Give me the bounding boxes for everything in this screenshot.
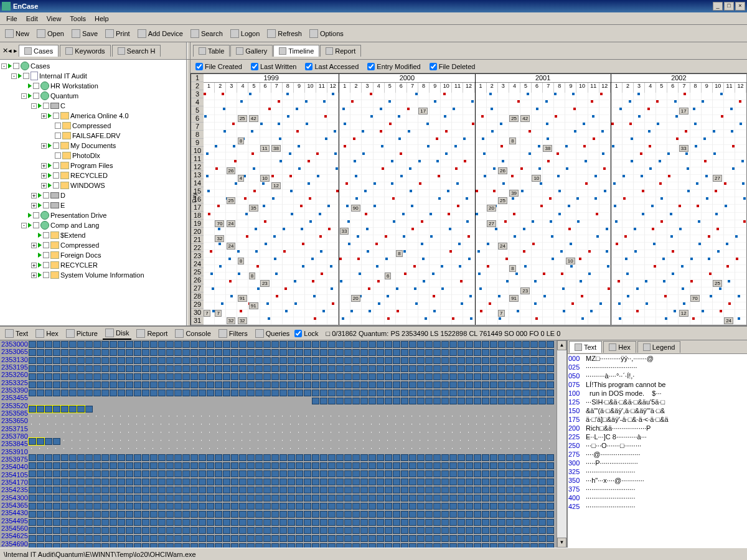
checkbox[interactable] bbox=[33, 212, 39, 218]
timeline-badge[interactable]: 33 bbox=[679, 145, 688, 152]
timeline-badge[interactable]: 27 bbox=[713, 175, 722, 182]
timeline-badge[interactable]: 38 bbox=[543, 145, 552, 152]
timeline-badge[interactable]: 32 bbox=[215, 235, 224, 242]
timeline-badge[interactable]: 8 bbox=[509, 265, 515, 272]
lower-tab-filters[interactable]: Filters bbox=[216, 328, 250, 339]
timeline-badge[interactable]: 35 bbox=[249, 205, 258, 212]
tree-node[interactable]: +System Volume Information bbox=[1, 270, 185, 280]
menu-tools[interactable]: Tools bbox=[66, 14, 90, 24]
checkbox[interactable] bbox=[13, 63, 19, 69]
case-tree[interactable]: -Cases-Internal IT AuditHR Workstation-Q… bbox=[0, 60, 187, 325]
sector-pane[interactable]: 2353000235306523531302353195235326023533… bbox=[0, 340, 557, 548]
lower-tab-picture[interactable]: Picture bbox=[63, 328, 100, 339]
expand-icon[interactable]: + bbox=[41, 163, 47, 169]
menu-file[interactable]: File bbox=[2, 14, 21, 24]
timeline-badge[interactable]: 23 bbox=[260, 280, 270, 287]
timeline-badge[interactable]: 12 bbox=[271, 182, 281, 189]
expand-icon[interactable]: + bbox=[31, 243, 37, 248]
timeline-badge[interactable]: 25 bbox=[509, 115, 519, 122]
tree-node[interactable]: HR Workstation bbox=[1, 81, 185, 91]
filter-file-created[interactable]: File Created bbox=[195, 63, 242, 70]
expand-icon[interactable]: + bbox=[41, 183, 47, 189]
open-button[interactable]: Open bbox=[34, 28, 67, 39]
timeline-badge[interactable]: 7 bbox=[215, 310, 221, 317]
refresh-button[interactable]: Refresh bbox=[265, 28, 304, 39]
timeline-badge[interactable]: 8 bbox=[238, 258, 244, 264]
add-device-button[interactable]: Add Device bbox=[135, 28, 186, 39]
checkbox[interactable] bbox=[53, 162, 59, 169]
textview-tab-legend[interactable]: Legend bbox=[637, 341, 681, 353]
timeline-badge[interactable]: 17 bbox=[679, 108, 688, 114]
tree-node[interactable]: -Cases bbox=[1, 61, 185, 71]
timeline-badge[interactable]: 27 bbox=[487, 220, 496, 227]
timeline-badge[interactable]: 20 bbox=[487, 205, 496, 212]
timeline-badge[interactable]: 10 bbox=[532, 175, 541, 182]
timeline-badge[interactable]: 70 bbox=[215, 220, 224, 227]
tree-node[interactable]: +D bbox=[1, 190, 185, 200]
lower-tab-queries[interactable]: Queries bbox=[253, 328, 293, 339]
expand-icon[interactable]: + bbox=[31, 263, 37, 268]
maximize-button[interactable]: □ bbox=[724, 2, 734, 11]
view-tab-table[interactable]: Table bbox=[193, 45, 230, 57]
save-button[interactable]: Save bbox=[69, 28, 100, 39]
tree-node[interactable]: Foreign Docs bbox=[1, 250, 185, 260]
sector-grid[interactable] bbox=[29, 340, 557, 548]
timeline-badge[interactable]: 17 bbox=[418, 108, 428, 114]
timeline-badge[interactable]: 42 bbox=[520, 115, 530, 122]
filter-last-written[interactable]: Last Written bbox=[251, 63, 297, 70]
timeline-badge[interactable]: 7 bbox=[204, 310, 210, 317]
timeline-badge[interactable]: 8 bbox=[238, 138, 244, 144]
expand-icon[interactable]: - bbox=[21, 223, 27, 228]
tree-node[interactable]: PhotoDlx bbox=[1, 151, 185, 161]
checkbox[interactable] bbox=[53, 172, 59, 179]
checkbox[interactable] bbox=[43, 252, 49, 258]
timeline-badge[interactable]: 10 bbox=[260, 175, 270, 182]
checkbox[interactable] bbox=[43, 232, 49, 238]
close-button[interactable]: × bbox=[735, 2, 745, 11]
logon-button[interactable]: Logon bbox=[228, 28, 263, 39]
tree-node[interactable]: FAILSAFE.DRV bbox=[1, 131, 185, 141]
expand-icon[interactable]: + bbox=[41, 113, 47, 119]
checkbox[interactable] bbox=[55, 152, 61, 159]
timeline-badge[interactable]: 11 bbox=[260, 145, 270, 152]
nav-tab-cases[interactable]: Cases bbox=[19, 45, 59, 57]
timeline-badge[interactable]: 25 bbox=[238, 115, 247, 122]
scroll-down-icon[interactable]: ▼ bbox=[557, 538, 566, 548]
tree-node[interactable]: -Internal IT Audit bbox=[1, 71, 185, 81]
view-tab-timeline[interactable]: Timeline bbox=[273, 45, 319, 57]
lock-checkbox[interactable]: Lock bbox=[294, 330, 318, 337]
checkbox[interactable] bbox=[53, 113, 59, 119]
scrollbar[interactable]: ▲ ▼ bbox=[557, 340, 566, 548]
expand-icon[interactable]: + bbox=[31, 203, 37, 208]
expand-icon[interactable]: - bbox=[21, 93, 27, 99]
checkbox[interactable] bbox=[33, 83, 39, 89]
view-tab-report[interactable]: Report bbox=[320, 45, 361, 57]
textview-tab-text[interactable]: Text bbox=[569, 341, 602, 353]
expand-icon[interactable]: + bbox=[31, 193, 37, 198]
tree-node[interactable]: Presentation Drive bbox=[1, 210, 185, 220]
checkbox[interactable] bbox=[43, 242, 49, 248]
scroll-up-icon[interactable]: ▲ bbox=[557, 340, 566, 350]
checkbox[interactable] bbox=[53, 142, 59, 149]
expand-icon[interactable]: - bbox=[11, 73, 17, 79]
filter-file-deleted[interactable]: File Deleted bbox=[430, 63, 476, 70]
new-button[interactable]: New bbox=[2, 28, 32, 39]
timeline-badge[interactable]: 26 bbox=[227, 167, 236, 174]
menu-help[interactable]: Help bbox=[91, 14, 113, 24]
timeline-badge[interactable]: 24 bbox=[498, 243, 507, 250]
checkbox[interactable] bbox=[33, 93, 39, 99]
timeline-badge[interactable]: 12 bbox=[679, 310, 688, 317]
tree-node[interactable]: $Extend bbox=[1, 230, 185, 240]
timeline-badge[interactable]: 20 bbox=[351, 295, 360, 302]
timeline-badge[interactable]: 6 bbox=[385, 273, 391, 279]
tree-node[interactable]: +RECYCLED bbox=[1, 170, 185, 180]
timeline-badge[interactable]: 8 bbox=[249, 273, 255, 279]
timeline-badge[interactable]: 33 bbox=[340, 228, 349, 235]
search-button[interactable]: Search bbox=[188, 28, 225, 39]
timeline-badge[interactable]: 32 bbox=[238, 317, 247, 324]
timeline-badge[interactable]: 39 bbox=[509, 190, 519, 197]
timeline-badge[interactable]: 25 bbox=[713, 280, 722, 287]
timeline-badge[interactable]: 25 bbox=[498, 197, 507, 204]
options-button[interactable]: Options bbox=[307, 28, 346, 39]
timeline-badge[interactable]: 42 bbox=[249, 115, 258, 122]
